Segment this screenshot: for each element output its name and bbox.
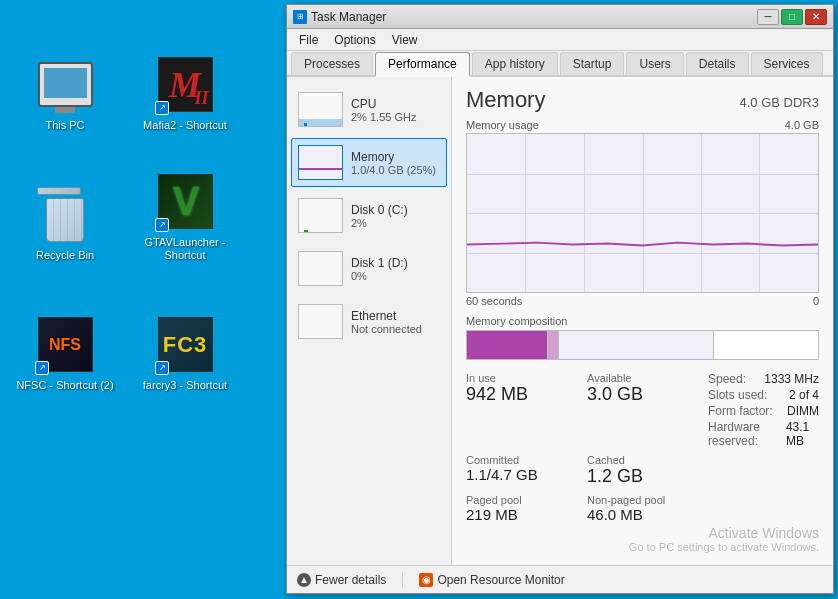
comp-free	[714, 331, 818, 359]
stats-grid: In use 942 MB Available 3.0 GB Speed: 13…	[466, 372, 819, 524]
comp-in-use	[467, 331, 547, 359]
right-panel: Memory 4.0 GB DDR3 Memory usage 4.0 GB	[452, 77, 833, 565]
disk0-thumbnail	[298, 198, 343, 233]
taskmanager-window: ⊞ Task Manager ─ □ ✕ File Options View P…	[286, 4, 834, 594]
available-value: 3.0 GB	[587, 384, 698, 406]
hw-reserved-value: 43.1 MB	[786, 420, 819, 448]
sidebar-item-disk1[interactable]: Disk 1 (D:) 0%	[291, 244, 447, 293]
desktop-icon-this-pc[interactable]: This PC	[10, 10, 120, 140]
menu-options[interactable]: Options	[326, 31, 383, 49]
tab-services[interactable]: Services	[751, 52, 823, 75]
in-use-value: 942 MB	[466, 384, 577, 406]
cpu-thumbnail	[298, 92, 343, 127]
committed-label: Committed	[466, 454, 577, 466]
composition-bar	[466, 330, 819, 360]
memory-spec: 4.0 GB DDR3	[740, 95, 819, 110]
memory-header: Memory 4.0 GB DDR3	[466, 87, 819, 113]
composition-label: Memory composition	[466, 315, 819, 327]
sidebar-item-memory[interactable]: Memory 1.0/4.0 GB (25%)	[291, 138, 447, 187]
cpu-label: CPU	[351, 97, 440, 111]
chart-section: Memory usage 4.0 GB	[466, 119, 819, 307]
gtav-label: GTAVLauncher - Shortcut	[130, 236, 240, 262]
memory-thumbnail	[298, 145, 343, 180]
memory-chart	[466, 133, 819, 293]
tab-users[interactable]: Users	[626, 52, 683, 75]
form-value: DIMM	[787, 404, 819, 418]
tab-details[interactable]: Details	[686, 52, 749, 75]
shortcut-arrow-fc3: ↗	[155, 361, 169, 375]
tab-app-history[interactable]: App history	[472, 52, 558, 75]
form-label: Form factor:	[708, 404, 773, 418]
activate-line1: Activate Windows	[629, 525, 819, 541]
composition-section: Memory composition	[466, 315, 819, 360]
desktop-icon-recycle-bin[interactable]: Recycle Bin	[10, 140, 120, 270]
cached-label: Cached	[587, 454, 698, 466]
monitor-icon	[38, 62, 93, 107]
stat-cached: Cached 1.2 GB	[587, 454, 698, 488]
tabs-bar: Processes Performance App history Startu…	[287, 51, 833, 77]
fewer-details-icon: ▲	[297, 573, 311, 587]
slots-value: 2 of 4	[789, 388, 819, 402]
non-paged-label: Non-paged pool	[587, 494, 698, 506]
menu-file[interactable]: File	[291, 31, 326, 49]
resource-monitor-icon: ◉	[419, 573, 433, 587]
fc3-label: farcry3 - Shortcut	[143, 379, 227, 392]
menu-bar: File Options View	[287, 29, 833, 51]
paged-pool-value: 219 MB	[466, 506, 577, 524]
memory-value: 1.0/4.0 GB (25%)	[351, 164, 440, 176]
desktop-icon-gtav[interactable]: V ↗ GTAVLauncher - Shortcut	[130, 140, 240, 270]
cpu-value: 2% 1.55 GHz	[351, 111, 440, 123]
chart-top-value: 4.0 GB	[785, 119, 819, 131]
desktop-icon-mafia2[interactable]: M II ↗ Mafia2 - Shortcut	[130, 10, 240, 140]
main-content: CPU 2% 1.55 GHz Memory 1.0/4.0 GB (25%)	[287, 77, 833, 565]
recycle-bin-icon	[40, 187, 90, 242]
desktop-icon-nfs[interactable]: NFS ↗ NFSC - Shortcut (2)	[10, 270, 120, 400]
disk0-value: 2%	[351, 217, 440, 229]
ethernet-thumbnail	[298, 304, 343, 339]
hw-reserved-label: Hardware reserved:	[708, 420, 786, 448]
desktop-icons: This PC M II ↗ Mafia2 - Shortcut	[0, 0, 260, 540]
ethernet-value: Not connected	[351, 323, 440, 335]
menu-view[interactable]: View	[384, 31, 426, 49]
shortcut-arrow: ↗	[155, 101, 169, 115]
stat-committed: Committed 1.1/4.7 GB	[466, 454, 577, 488]
open-resource-monitor-button[interactable]: ◉ Open Resource Monitor	[419, 573, 564, 587]
window-controls: ─ □ ✕	[757, 9, 827, 25]
paged-pool-label: Paged pool	[466, 494, 577, 506]
stat-paged-pool: Paged pool 219 MB	[466, 494, 577, 524]
speed-value: 1333 MHz	[764, 372, 819, 386]
minimize-button[interactable]: ─	[757, 9, 779, 25]
desktop-icon-fc3[interactable]: FC3 ↗ farcry3 - Shortcut	[130, 270, 240, 400]
ethernet-label: Ethernet	[351, 309, 440, 323]
memory-label: Memory	[351, 150, 440, 164]
comp-modified	[548, 331, 558, 359]
sidebar-item-ethernet[interactable]: Ethernet Not connected	[291, 297, 447, 346]
fewer-details-label: Fewer details	[315, 573, 386, 587]
taskmanager-app-icon: ⊞	[293, 10, 307, 24]
sidebar-item-disk0[interactable]: Disk 0 (C:) 2%	[291, 191, 447, 240]
open-resource-monitor-label: Open Resource Monitor	[437, 573, 564, 587]
shortcut-arrow-gtav: ↗	[155, 218, 169, 232]
bottom-bar: ▲ Fewer details ◉ Open Resource Monitor	[287, 565, 833, 593]
sidebar-item-cpu[interactable]: CPU 2% 1.55 GHz	[291, 85, 447, 134]
tab-processes[interactable]: Processes	[291, 52, 373, 75]
close-button[interactable]: ✕	[805, 9, 827, 25]
stat-non-paged: Non-paged pool 46.0 MB	[587, 494, 698, 524]
tab-startup[interactable]: Startup	[560, 52, 625, 75]
fewer-details-button[interactable]: ▲ Fewer details	[297, 573, 386, 587]
cached-value: 1.2 GB	[587, 466, 698, 488]
available-label: Available	[587, 372, 698, 384]
tab-performance[interactable]: Performance	[375, 52, 470, 77]
in-use-label: In use	[466, 372, 577, 384]
shortcut-arrow-nfs: ↗	[35, 361, 49, 375]
non-paged-value: 46.0 MB	[587, 506, 698, 524]
maximize-button[interactable]: □	[781, 9, 803, 25]
speed-label: Speed:	[708, 372, 746, 386]
desktop: This PC M II ↗ Mafia2 - Shortcut	[0, 0, 838, 599]
this-pc-label: This PC	[45, 119, 84, 132]
window-titlebar: ⊞ Task Manager ─ □ ✕	[287, 5, 833, 29]
disk1-value: 0%	[351, 270, 440, 282]
slots-label: Slots used:	[708, 388, 767, 402]
disk0-label: Disk 0 (C:)	[351, 203, 440, 217]
activate-watermark: Activate Windows Go to PC settings to ac…	[629, 525, 819, 553]
